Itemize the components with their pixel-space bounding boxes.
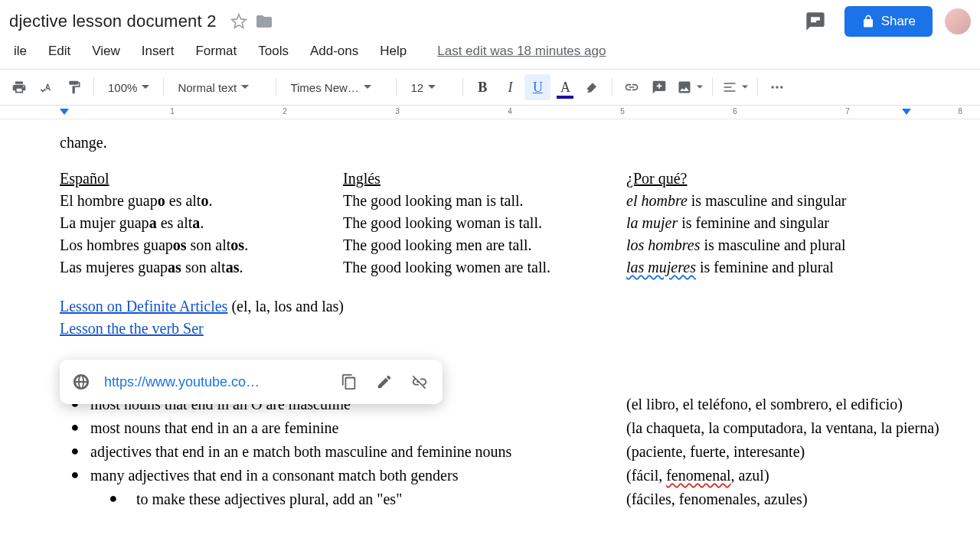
col-header-es: Español	[60, 168, 343, 190]
avatar[interactable]	[945, 8, 971, 34]
last-edit-link[interactable]: Last edit was 18 minutes ago	[426, 41, 616, 62]
link1-suffix: (el, la, los and las)	[227, 298, 344, 315]
folder-icon[interactable]	[255, 12, 273, 31]
comments-icon[interactable]	[800, 6, 831, 37]
list-item: ●to make these adjectives plural, add an…	[60, 488, 949, 510]
paint-format-icon[interactable]	[61, 74, 87, 100]
menu-file[interactable]: ile	[3, 41, 38, 62]
table-row: las mujeres is feminine and plural	[626, 256, 949, 279]
menu-help[interactable]: Help	[369, 41, 417, 62]
copy-link-icon[interactable]	[338, 373, 360, 390]
svg-point-0	[772, 86, 774, 88]
highlight-icon[interactable]	[580, 74, 606, 100]
menu-insert[interactable]: Insert	[131, 41, 185, 62]
star-icon[interactable]	[230, 13, 247, 30]
list-item: ●adjectives that end in an e match both …	[60, 441, 949, 463]
menu-bar: ile Edit View Insert Format Tools Add-on…	[0, 38, 980, 64]
link-definite-articles[interactable]: Lesson on Definite Articles	[60, 298, 227, 315]
spellcheck-icon[interactable]	[34, 74, 60, 100]
toolbar: 100% Normal text Times New… 12 B I U A	[0, 69, 980, 106]
col-header-why: ¿Por qué?	[626, 168, 949, 190]
link-popup: https://www.youtube.co…	[60, 360, 443, 404]
text-fragment: change.	[60, 132, 949, 154]
insert-image-icon[interactable]	[674, 74, 706, 100]
print-icon[interactable]	[6, 74, 32, 100]
table-row: El hombre guapo es alto.	[60, 190, 343, 212]
menu-edit[interactable]: Edit	[38, 41, 81, 62]
table-row: The good looking man is tall.	[343, 190, 626, 212]
paragraph-style-select[interactable]: Normal text	[170, 74, 270, 100]
font-select[interactable]: Times New…	[283, 74, 390, 100]
share-button[interactable]: Share	[844, 6, 933, 37]
list-item: ●many adjectives that end in a consonant…	[60, 465, 949, 487]
menu-format[interactable]: Format	[185, 41, 247, 62]
menu-tools[interactable]: Tools	[247, 41, 299, 62]
menu-addons[interactable]: Add-ons	[299, 41, 369, 62]
link-url[interactable]: https://www.youtube.co…	[104, 374, 325, 390]
underline-button[interactable]: U	[524, 74, 550, 100]
bold-button[interactable]: B	[469, 74, 495, 100]
more-icon[interactable]	[764, 74, 790, 100]
document-body[interactable]: change. Español El hombre guapo es alto.…	[0, 126, 980, 551]
list-item: ●most nouns that end in an a are feminin…	[60, 417, 949, 439]
table-row: los hombres is masculine and plural	[626, 234, 949, 256]
table-row: The good looking women are tall.	[343, 256, 626, 279]
text-color-button[interactable]: A	[552, 74, 578, 100]
add-comment-icon[interactable]	[646, 74, 672, 100]
link-verb-ser[interactable]: Lesson the the verb Ser	[60, 320, 204, 337]
italic-button[interactable]: I	[497, 74, 523, 100]
table-row: Los hombres guapos son altos.	[60, 234, 343, 256]
globe-icon	[72, 373, 90, 391]
document-title[interactable]: djective lesson document 2	[3, 8, 223, 34]
table-row: The good looking woman is tall.	[343, 212, 626, 234]
svg-point-1	[776, 86, 779, 88]
insert-link-icon[interactable]	[619, 74, 645, 100]
align-icon[interactable]	[719, 74, 751, 100]
svg-point-2	[781, 86, 783, 88]
table-row: la mujer is feminine and singular	[626, 212, 949, 234]
table-row: el hombre is masculine and singular	[626, 190, 949, 212]
unlink-icon[interactable]	[409, 373, 430, 390]
font-size-select[interactable]: 12	[403, 74, 456, 100]
zoom-select[interactable]: 100%	[100, 74, 157, 100]
ruler[interactable]: 1 2 3 4 5 6 7 8	[0, 106, 980, 119]
edit-link-icon[interactable]	[374, 373, 395, 390]
share-label: Share	[881, 14, 916, 29]
table-row: Las mujeres guapas son altas.	[60, 256, 343, 279]
table-row: The good looking men are tall.	[343, 234, 626, 256]
menu-view[interactable]: View	[81, 41, 131, 62]
table-row: La mujer guapa es alta.	[60, 212, 343, 234]
col-header-en: Inglés	[343, 168, 626, 190]
